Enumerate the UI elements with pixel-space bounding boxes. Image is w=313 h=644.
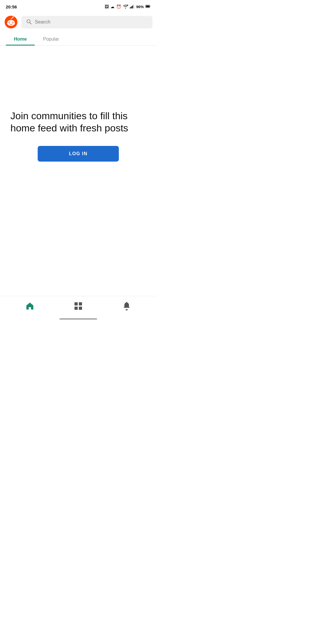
battery-percentage: 96% xyxy=(136,5,144,9)
status-icons: 🖼 ☁ ⏰ 96% xyxy=(105,4,151,9)
button-row: LOG IN xyxy=(10,146,146,162)
status-bar: 20:56 🖼 ☁ ⏰ 96% xyxy=(0,0,156,13)
svg-rect-21 xyxy=(74,307,78,310)
svg-rect-20 xyxy=(79,302,82,305)
svg-rect-3 xyxy=(133,5,134,8)
svg-point-12 xyxy=(12,22,13,23)
search-input[interactable] xyxy=(35,19,148,25)
tab-home[interactable]: Home xyxy=(6,32,35,45)
svg-rect-2 xyxy=(132,6,133,8)
header xyxy=(0,13,156,31)
svg-rect-1 xyxy=(131,6,132,8)
home-indicator xyxy=(59,318,97,320)
cloud-status-icon: ☁ xyxy=(110,4,114,9)
app-logo[interactable] xyxy=(4,15,18,29)
join-message: Join communities to fill this home feed … xyxy=(10,110,146,134)
status-time: 20:56 xyxy=(6,4,17,9)
main-content: Join communities to fill this home feed … xyxy=(0,46,156,225)
svg-point-8 xyxy=(7,20,15,26)
battery-icon xyxy=(145,4,151,9)
tabs-bar: Home Popular xyxy=(0,32,156,46)
svg-rect-19 xyxy=(74,302,78,305)
signal-icon xyxy=(130,4,134,9)
nav-item-notifications[interactable] xyxy=(102,301,151,313)
home-icon xyxy=(25,301,34,313)
svg-line-18 xyxy=(30,22,32,24)
wifi-icon xyxy=(123,4,128,9)
alarm-icon: ⏰ xyxy=(116,4,121,9)
svg-point-15 xyxy=(5,21,8,23)
nav-item-home[interactable] xyxy=(6,301,54,313)
svg-rect-22 xyxy=(79,307,82,310)
tab-popular[interactable]: Popular xyxy=(35,32,67,45)
svg-point-14 xyxy=(12,17,14,18)
search-bar[interactable] xyxy=(21,16,152,28)
grid-icon xyxy=(74,301,83,313)
svg-rect-0 xyxy=(130,7,131,8)
nav-item-browse[interactable] xyxy=(54,301,103,313)
svg-point-11 xyxy=(9,22,10,23)
bell-icon xyxy=(122,301,131,313)
search-icon xyxy=(26,19,32,26)
image-status-icon: 🖼 xyxy=(105,4,109,9)
svg-rect-5 xyxy=(146,6,149,7)
login-button[interactable]: LOG IN xyxy=(38,146,119,162)
svg-point-16 xyxy=(14,21,17,23)
